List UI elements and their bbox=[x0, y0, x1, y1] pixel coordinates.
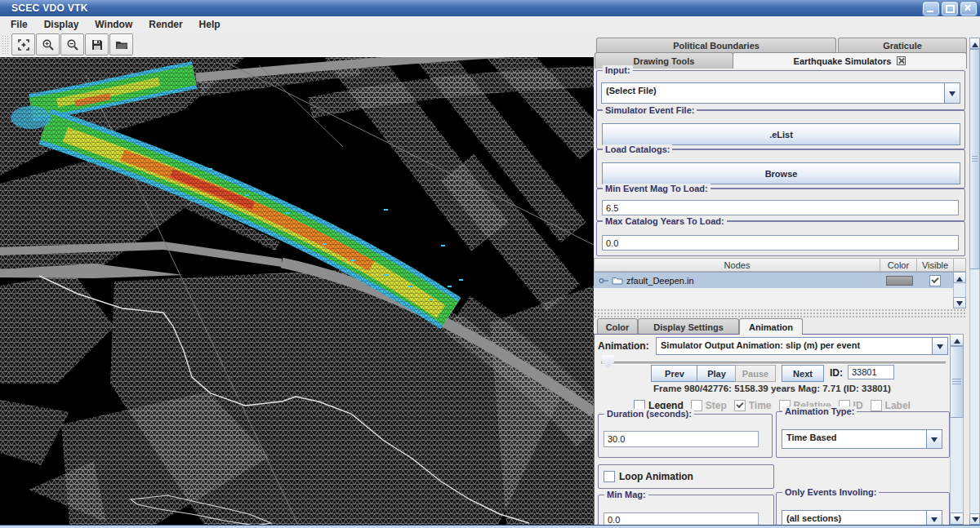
toolbar-drag-handle[interactable] bbox=[2, 35, 8, 55]
menubar: File Display Window Render Help bbox=[0, 16, 980, 33]
dropdown-arrow-icon[interactable] bbox=[932, 338, 947, 354]
only-events-label: Only Events Involing: bbox=[782, 487, 879, 497]
tab-earthquake-simulators[interactable]: Earthquake Simulators bbox=[733, 52, 967, 69]
load-catalogs-group: Load Catalogs: Browse bbox=[596, 149, 965, 189]
nodes-header[interactable]: Nodes bbox=[594, 258, 880, 272]
close-icon[interactable] bbox=[960, 2, 977, 16]
only-events-group: Only Events Involing: (all sections) bbox=[776, 492, 950, 528]
viewport-3d[interactable] bbox=[0, 56, 594, 526]
max-catalog-years-input[interactable] bbox=[602, 235, 959, 251]
loop-animation-box: Loop Animation bbox=[598, 464, 774, 489]
tab-close-icon[interactable] bbox=[897, 56, 906, 65]
step-checkbox: Step bbox=[691, 400, 727, 411]
app-window: SCEC VDO VTK File Display Window Render … bbox=[0, 0, 980, 528]
duration-group: Duration (seconds): bbox=[598, 414, 773, 458]
input-file-select[interactable]: (Select File) bbox=[601, 82, 960, 104]
panel-scrollbar-thumb[interactable] bbox=[969, 49, 980, 269]
min-event-mag-label: Min Event Mag To Load: bbox=[603, 184, 710, 193]
tab-graticule[interactable]: Graticule bbox=[838, 38, 967, 53]
animation-select-value: Simulator Output Animation: slip (m) per… bbox=[657, 338, 932, 354]
min-mag-group: Min Mag: bbox=[598, 495, 774, 528]
animation-scroll-down-icon[interactable] bbox=[950, 512, 964, 525]
prev-button[interactable]: Prev bbox=[651, 365, 698, 382]
reset-view-button[interactable] bbox=[11, 33, 35, 55]
table-empty-area bbox=[594, 288, 954, 308]
time-checkbox: Time bbox=[734, 400, 772, 411]
menu-window[interactable]: Window bbox=[87, 17, 140, 32]
label-checkbox: Label bbox=[871, 400, 911, 411]
id-input[interactable] bbox=[848, 365, 894, 379]
minimize-icon[interactable] bbox=[923, 2, 939, 16]
frame-status-text: Frame 980/42776: 5158.39 years Mag: 7.71… bbox=[595, 384, 950, 393]
animation-type-select[interactable]: Time Based bbox=[782, 429, 942, 449]
splitter-handle[interactable] bbox=[594, 308, 967, 317]
browse-button[interactable]: Browse bbox=[602, 162, 960, 184]
max-catalog-years-label: Max Catalog Years To Load: bbox=[603, 216, 727, 226]
window-bottom-border bbox=[0, 525, 980, 528]
dropdown-arrow-icon[interactable] bbox=[926, 430, 942, 448]
tab-color[interactable]: Color bbox=[597, 318, 638, 335]
maximize-icon[interactable] bbox=[942, 2, 958, 16]
folder-icon bbox=[612, 276, 623, 285]
menu-file[interactable]: File bbox=[2, 17, 36, 32]
input-group-label: Input: bbox=[603, 65, 633, 75]
input-group: Input: (Select File) bbox=[596, 70, 965, 110]
visible-header[interactable]: Visible bbox=[916, 258, 954, 272]
simulator-event-file-group: Simulator Event File: .eList bbox=[596, 110, 965, 149]
header-filler bbox=[953, 258, 966, 272]
animation-label: Animation: bbox=[598, 340, 649, 352]
node-name: zfault_Deepen.in bbox=[626, 276, 694, 286]
save-icon bbox=[91, 38, 104, 51]
tab-political-boundaries[interactable]: Political Boundaries bbox=[596, 38, 836, 53]
menu-display[interactable]: Display bbox=[36, 17, 87, 32]
window-title: SCEC VDO VTK bbox=[11, 2, 88, 14]
duration-label: Duration (seconds): bbox=[604, 409, 694, 419]
panel-scroll-down-icon[interactable] bbox=[969, 513, 980, 525]
open-button[interactable] bbox=[109, 33, 133, 55]
min-mag-label: Min Mag: bbox=[604, 490, 648, 499]
menu-render[interactable]: Render bbox=[140, 17, 190, 32]
pause-button: Pause bbox=[735, 365, 776, 382]
zoom-out-button[interactable] bbox=[60, 33, 84, 55]
animation-scroll-up-icon[interactable] bbox=[950, 334, 964, 346]
color-header[interactable]: Color bbox=[880, 258, 917, 272]
max-catalog-years-group: Max Catalog Years To Load: bbox=[596, 221, 965, 256]
table-scroll-up-icon[interactable] bbox=[953, 272, 966, 283]
loop-animation-label: Loop Animation bbox=[619, 471, 693, 482]
input-file-value: (Select File) bbox=[602, 83, 944, 103]
table-scroll-down-icon[interactable] bbox=[953, 297, 966, 308]
id-label: ID: bbox=[830, 367, 843, 379]
fault-visualization bbox=[0, 57, 594, 525]
loop-animation-checkbox[interactable] bbox=[604, 471, 615, 482]
simulator-event-file-label: Simulator Event File: bbox=[603, 105, 697, 115]
duration-input[interactable] bbox=[604, 431, 759, 447]
play-button[interactable]: Play bbox=[697, 365, 737, 382]
table-row[interactable]: zfault_Deepen.in bbox=[594, 272, 954, 289]
load-catalogs-label: Load Catalogs: bbox=[603, 144, 672, 154]
zoom-out-icon bbox=[66, 38, 79, 51]
toolbar bbox=[0, 33, 594, 56]
zoom-in-button[interactable] bbox=[36, 33, 60, 55]
dropdown-arrow-icon[interactable] bbox=[944, 83, 960, 103]
tab-animation[interactable]: Animation bbox=[739, 318, 803, 335]
animation-scrollbar-thumb[interactable] bbox=[950, 346, 964, 418]
zoom-in-icon bbox=[42, 38, 55, 51]
tree-handle-icon[interactable] bbox=[599, 277, 609, 284]
animation-panel: Animation: Simulator Output Animation: s… bbox=[594, 334, 951, 527]
side-panel: Political Boundaries Graticule Drawing T… bbox=[594, 33, 980, 525]
panel-scroll-up-icon[interactable] bbox=[969, 38, 980, 49]
min-event-mag-input[interactable] bbox=[602, 200, 959, 215]
node-color-swatch[interactable] bbox=[886, 276, 913, 286]
open-folder-icon bbox=[115, 38, 128, 51]
animation-type-group: Animation Type: Time Based bbox=[776, 411, 950, 458]
menu-help[interactable]: Help bbox=[191, 17, 229, 32]
node-visible-checkbox[interactable] bbox=[929, 275, 941, 286]
animation-select[interactable]: Simulator Output Animation: slip (m) per… bbox=[656, 337, 948, 355]
save-button[interactable] bbox=[85, 33, 109, 55]
titlebar[interactable]: SCEC VDO VTK bbox=[0, 0, 980, 16]
next-button[interactable]: Next bbox=[782, 365, 824, 382]
elist-button[interactable]: .eList bbox=[602, 123, 960, 145]
tab-display-settings[interactable]: Display Settings bbox=[638, 318, 739, 335]
timeline-slider-thumb[interactable] bbox=[602, 355, 614, 368]
animation-type-value: Time Based bbox=[782, 430, 926, 448]
